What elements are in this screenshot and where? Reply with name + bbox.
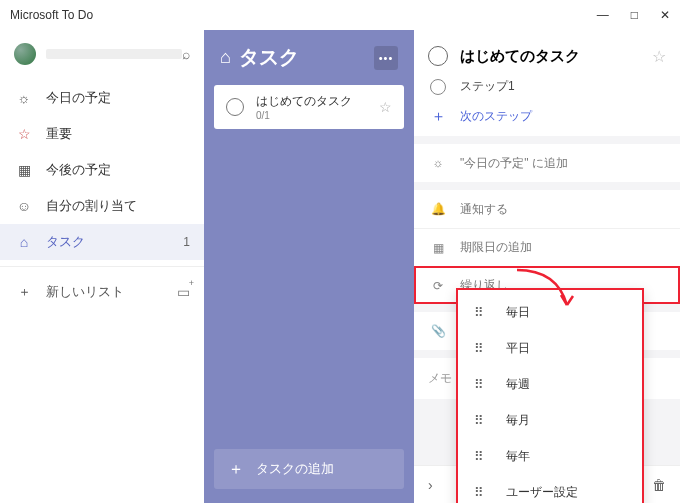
memo-label: メモ [428, 371, 452, 385]
step-label[interactable]: ステップ1 [460, 78, 515, 95]
sidebar-item-myday[interactable]: ☼ 今日の予定 [0, 80, 204, 116]
repeat-option-weekdays[interactable]: ⠿ 平日 [458, 330, 642, 366]
list-title: タスク [239, 44, 366, 71]
app-title: Microsoft To Do [10, 8, 93, 22]
complete-circle[interactable] [428, 46, 448, 66]
repeat-option-custom[interactable]: ⠿ ユーザー設定 [458, 474, 642, 503]
star-icon: ☆ [14, 126, 34, 142]
sidebar-item-important[interactable]: ☆ 重要 [0, 116, 204, 152]
remind-button[interactable]: 🔔 通知する [414, 190, 680, 228]
window-controls: — □ ✕ [597, 8, 670, 22]
close-button[interactable]: ✕ [660, 8, 670, 22]
step-circle[interactable] [430, 79, 446, 95]
due-date-button[interactable]: ▦ 期限日の追加 [414, 228, 680, 266]
repeat-option-label: 毎年 [506, 448, 530, 465]
repeat-icon: ⟳ [428, 279, 448, 293]
detail-panel: はじめてのタスク ☆ ステップ1 ＋ 次のステップ ☼ "今日の予定" に追加 … [414, 30, 680, 503]
delete-task-button[interactable]: 🗑 [652, 477, 666, 493]
task-title: はじめてのタスク [256, 93, 379, 110]
avatar [14, 43, 36, 65]
list-header: ⌂ タスク ••• [214, 44, 404, 71]
pattern-icon: ⠿ [474, 449, 494, 464]
calendar-icon: ▦ [428, 241, 448, 255]
home-icon: ⌂ [220, 47, 231, 68]
plus-icon: ＋ [431, 107, 446, 126]
repeat-option-label: 毎日 [506, 304, 530, 321]
pattern-icon: ⠿ [474, 341, 494, 356]
sidebar-item-label: 自分の割り当て [46, 197, 137, 215]
repeat-option-label: 毎月 [506, 412, 530, 429]
sidebar: ⌕ ☼ 今日の予定 ☆ 重要 ▦ 今後の予定 ☺ 自分の割り当て ⌂ タスク [0, 30, 204, 503]
sidebar-item-label: 重要 [46, 125, 72, 143]
plus-icon: ＋ [228, 459, 244, 480]
paperclip-icon: 📎 [428, 324, 448, 338]
star-icon[interactable]: ☆ [379, 99, 392, 115]
repeat-option-label: ユーザー設定 [506, 484, 578, 501]
repeat-option-label: 毎週 [506, 376, 530, 393]
detail-title[interactable]: はじめてのタスク [460, 47, 652, 66]
nav-list: ☼ 今日の予定 ☆ 重要 ▦ 今後の予定 ☺ 自分の割り当て ⌂ タスク 1 [0, 80, 204, 260]
repeat-option-monthly[interactable]: ⠿ 毎月 [458, 402, 642, 438]
plus-icon: ＋ [14, 283, 34, 301]
collapse-detail-button[interactable]: › [428, 477, 433, 493]
profile-name-placeholder [46, 49, 182, 59]
new-list-button[interactable]: ＋ 新しいリスト ▭ [0, 273, 204, 311]
search-icon[interactable]: ⌕ [182, 46, 190, 62]
sidebar-item-assigned[interactable]: ☺ 自分の割り当て [0, 188, 204, 224]
divider [0, 266, 204, 267]
repeat-option-weekly[interactable]: ⠿ 毎週 [458, 366, 642, 402]
add-step-label: 次のステップ [460, 108, 532, 125]
add-to-myday-button[interactable]: ☼ "今日の予定" に追加 [414, 144, 680, 182]
repeat-menu: ⠿ 毎日 ⠿ 平日 ⠿ 毎週 ⠿ 毎月 ⠿ 毎年 ⠿ ユーザー設定 [456, 288, 644, 503]
star-icon[interactable]: ☆ [652, 47, 666, 66]
sidebar-item-label: タスク [46, 233, 85, 251]
task-list-panel: ⌂ タスク ••• はじめてのタスク 0/1 ☆ ＋ タスクの追加 [204, 30, 414, 503]
sidebar-item-tasks[interactable]: ⌂ タスク 1 [0, 224, 204, 260]
maximize-button[interactable]: □ [631, 8, 638, 22]
person-icon: ☺ [14, 198, 34, 214]
due-date-label: 期限日の追加 [460, 239, 532, 256]
profile-row[interactable]: ⌕ [0, 34, 204, 74]
pattern-icon: ⠿ [474, 485, 494, 500]
pattern-icon: ⠿ [474, 305, 494, 320]
pattern-icon: ⠿ [474, 377, 494, 392]
add-task-label: タスクの追加 [256, 460, 334, 478]
sun-icon: ☼ [14, 90, 34, 106]
repeat-option-daily[interactable]: ⠿ 毎日 [458, 294, 642, 330]
detail-header: はじめてのタスク ☆ ステップ1 ＋ 次のステップ [414, 30, 680, 136]
add-step-button[interactable]: ＋ 次のステップ [428, 101, 666, 128]
add-group-icon[interactable]: ▭ [177, 284, 190, 300]
sidebar-item-planned[interactable]: ▦ 今後の予定 [0, 152, 204, 188]
add-to-myday-label: "今日の予定" に追加 [460, 155, 568, 172]
task-card[interactable]: はじめてのタスク 0/1 ☆ [214, 85, 404, 129]
remind-label: 通知する [460, 201, 508, 218]
sidebar-item-label: 今日の予定 [46, 89, 111, 107]
sidebar-item-label: 今後の予定 [46, 161, 111, 179]
repeat-option-yearly[interactable]: ⠿ 毎年 [458, 438, 642, 474]
calendar-icon: ▦ [14, 162, 34, 178]
task-sub: 0/1 [256, 110, 379, 121]
repeat-option-label: 平日 [506, 340, 530, 357]
bell-icon: 🔔 [428, 202, 448, 216]
pattern-icon: ⠿ [474, 413, 494, 428]
home-icon: ⌂ [14, 234, 34, 250]
complete-circle[interactable] [226, 98, 244, 116]
minimize-button[interactable]: — [597, 8, 609, 22]
new-list-label: 新しいリスト [46, 283, 124, 301]
more-button[interactable]: ••• [374, 46, 398, 70]
add-task-button[interactable]: ＋ タスクの追加 [214, 449, 404, 489]
task-count: 1 [183, 235, 190, 249]
titlebar: Microsoft To Do — □ ✕ [0, 0, 680, 30]
sun-icon: ☼ [428, 156, 448, 170]
